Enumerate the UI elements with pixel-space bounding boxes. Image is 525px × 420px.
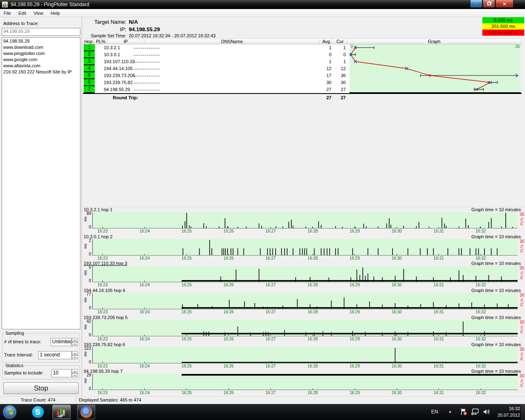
address-history-item[interactable]: www.google.com [2, 56, 80, 62]
y-axis-zero-label: 0 [82, 225, 91, 229]
address-history-item[interactable]: www.download.com [2, 44, 80, 50]
network-icon[interactable] [471, 408, 480, 416]
address-input[interactable]: 94.198.55.29 [2, 28, 80, 36]
hop-table-row[interactable]: 210.3.0.1--------------00 [83, 51, 349, 58]
samples-to-include-input[interactable]: 10 [51, 369, 72, 377]
displayed-samples-status: Displayed Samples: 465 to 474 [79, 397, 141, 402]
timeline-graph[interactable]: 193.107.110.33 hop 3Graph time = 10 minu… [82, 261, 525, 288]
x-axis-tick-label: 16:32 [474, 364, 488, 368]
times-to-trace-stepper[interactable]: ▲▼ [72, 338, 78, 346]
x-axis-tick-label: 16:25 [180, 229, 194, 233]
timeline-graphs: 10.3.2.1 hop 1Graph time = 10 minutes89m… [82, 207, 525, 396]
hop-number-cell: 1 [84, 44, 95, 51]
timeline-graph[interactable]: 193.239.75.82 hop 6Graph time = 10 minut… [82, 342, 525, 369]
hop-table-row[interactable]: 110.3.2.1--------------11 [83, 44, 349, 51]
x-axis-tick-label: 16:30 [390, 310, 404, 314]
start-button[interactable] [3, 406, 16, 418]
graph-time-label: Graph time = 10 minutes [471, 234, 521, 239]
hop-table-row[interactable]: 4194.44.14.105--------------1212 [83, 65, 349, 72]
volume-icon[interactable] [482, 408, 491, 416]
x-axis-tick-label: 16:30 [390, 390, 404, 395]
hop-number-cell: 7 [84, 86, 95, 93]
x-axis-tick-label: 16:23 [96, 310, 110, 314]
minimize-button[interactable] [470, 0, 482, 8]
hop-table-row[interactable]: 5193.239.73.205--------------1736 [83, 72, 349, 79]
address-history-item[interactable]: www.altavista.com [2, 62, 80, 68]
hop-table-row[interactable]: 3193.107.110.33--------------11 [83, 58, 349, 65]
trace-graph[interactable]: 0 36 [349, 44, 521, 93]
hop-dnsname: -------------- [133, 52, 160, 57]
left-panel: Address to Trace: 94.198.55.29 94.198.55… [0, 17, 82, 396]
skype-taskbar-button[interactable]: S [29, 405, 47, 419]
x-axis-tick-label: 16:28 [306, 229, 320, 233]
timeline-plot[interactable] [92, 239, 518, 256]
x-axis-tick-label: 16:27 [264, 283, 278, 287]
timeline-plot[interactable] [92, 293, 518, 309]
y-axis-max-label: 77 [82, 292, 91, 297]
column-header-dnsname: DNSName [144, 39, 320, 44]
samples-to-include-stepper[interactable]: ▲▼ [72, 369, 78, 377]
close-button[interactable]: × [495, 0, 514, 8]
x-axis-tick-label: 16:31 [432, 337, 446, 341]
address-history-item[interactable]: 216.92.150.222 Nessoft Site by IP [2, 68, 80, 75]
pl-axis-label: PL% [519, 299, 523, 306]
pl-axis-label: PL% [519, 352, 523, 360]
x-axis-tick-label: 16:27 [264, 337, 278, 341]
pingplotter-taskbar-button[interactable] [52, 405, 71, 419]
menu-edit[interactable]: Edit [15, 10, 30, 16]
sampling-group: Sampling # of times to trace: Unlimited … [2, 331, 80, 363]
timeline-graph[interactable]: 194.44.14.105 hop 4Graph time = 10 minut… [82, 288, 525, 315]
timeline-plot[interactable] [92, 347, 518, 363]
y-axis-unit-label: ms [83, 324, 87, 329]
times-to-trace-input[interactable]: Unlimited [50, 338, 72, 346]
hop-dnsname: -------------- [133, 59, 160, 64]
address-history-item[interactable]: 94.198.55.29 [2, 38, 80, 44]
trace-interval-stepper[interactable]: ▲▼ [72, 351, 78, 359]
timeline-graph[interactable]: 193.239.73.205 hop 5Graph time = 10 minu… [82, 315, 525, 342]
timeline-plot[interactable] [92, 374, 518, 390]
trace-interval-input[interactable]: 1 second [38, 351, 72, 359]
hop-dnsname: -------------- [133, 45, 160, 50]
show-desktop-button[interactable] [521, 404, 525, 420]
x-axis-tick-label: 16:27 [264, 310, 278, 314]
sample-set-time-label: Sample Set Time: [82, 33, 126, 38]
x-axis-tick-label: 16:26 [221, 256, 235, 260]
y-axis-max-label: 222 [82, 346, 91, 351]
timeline-plot[interactable] [92, 320, 518, 336]
hop-cur: 36 [332, 73, 346, 78]
clock[interactable]: 16:32 20.07.2012 [498, 405, 520, 418]
firefox-taskbar-button[interactable] [77, 405, 95, 419]
graph-time-label: Graph time = 10 minutes [471, 288, 521, 293]
hop-table-row[interactable]: 794.198.55.29--------------2727 [83, 86, 349, 93]
hop-table-rows: 110.3.2.1--------------11210.3.0.1------… [83, 44, 349, 93]
address-to-trace-label: Address to Trace: [3, 21, 39, 26]
language-indicator[interactable]: EN [431, 409, 438, 415]
restore-button[interactable] [483, 0, 495, 8]
menu-help[interactable]: Help [47, 10, 64, 16]
timeline-graph[interactable]: 94.198.55.29 hop 7Graph time = 10 minute… [82, 369, 525, 395]
x-axis-tick-label: 16:28 [306, 337, 320, 341]
title-bar: 94.198.55.29 - PingPlotter Standard × [0, 0, 525, 9]
pl-max-label: 30 [518, 320, 524, 324]
pl-axis-label: PL% [519, 217, 523, 225]
x-axis-tick-label: 16:24 [137, 229, 151, 233]
hop-ip: 10.3.2.1 [104, 45, 120, 50]
y-axis-unit-label: ms [83, 270, 87, 275]
target-name-label: Target Name: [82, 19, 126, 25]
timeline-plot[interactable] [92, 266, 518, 282]
x-axis-tick-label: 16:25 [180, 364, 194, 368]
trace-interval-label: Trace Interval: [4, 352, 33, 357]
timeline-graph[interactable]: 10.3.2.1 hop 1Graph time = 10 minutes89m… [82, 207, 525, 234]
stop-button[interactable]: Stop [3, 382, 79, 394]
address-history-item[interactable]: www.pingplotter.com [2, 50, 80, 56]
timeline-graph[interactable]: 10.3.0.1 hop 2Graph time = 10 minutes2ms… [82, 234, 525, 261]
menu-view[interactable]: View [30, 10, 47, 16]
action-center-icon[interactable] [459, 408, 468, 416]
show-hidden-icons-button[interactable]: ▲ [448, 409, 452, 413]
pl-max-label: 30 [518, 347, 524, 352]
hop-dnsname: -------------- [133, 73, 160, 78]
timeline-plot[interactable] [92, 212, 518, 228]
graph-time-label: Graph time = 10 minutes [471, 207, 521, 212]
menu-file[interactable]: File [0, 10, 15, 16]
hop-table-row[interactable]: 6193.239.75.82--------------3030 [83, 79, 349, 86]
